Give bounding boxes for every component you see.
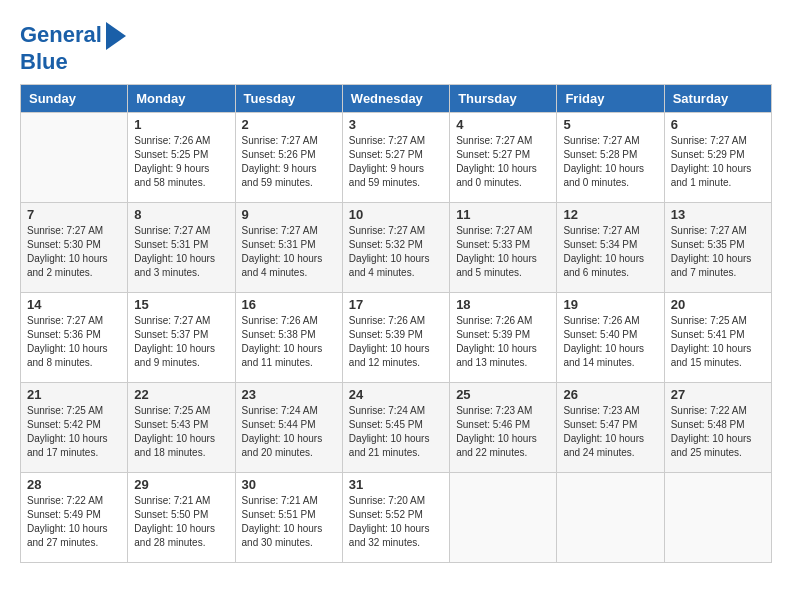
- day-number: 21: [27, 387, 121, 402]
- calendar-cell: 27Sunrise: 7:22 AM Sunset: 5:48 PM Dayli…: [664, 383, 771, 473]
- calendar-week-row: 14Sunrise: 7:27 AM Sunset: 5:36 PM Dayli…: [21, 293, 772, 383]
- day-number: 15: [134, 297, 228, 312]
- day-number: 11: [456, 207, 550, 222]
- calendar-cell: 4Sunrise: 7:27 AM Sunset: 5:27 PM Daylig…: [450, 113, 557, 203]
- calendar-cell: 1Sunrise: 7:26 AM Sunset: 5:25 PM Daylig…: [128, 113, 235, 203]
- calendar-cell: 29Sunrise: 7:21 AM Sunset: 5:50 PM Dayli…: [128, 473, 235, 563]
- day-number: 23: [242, 387, 336, 402]
- day-number: 10: [349, 207, 443, 222]
- day-info: Sunrise: 7:27 AM Sunset: 5:31 PM Dayligh…: [134, 224, 228, 280]
- day-info: Sunrise: 7:23 AM Sunset: 5:46 PM Dayligh…: [456, 404, 550, 460]
- header-sunday: Sunday: [21, 85, 128, 113]
- day-number: 1: [134, 117, 228, 132]
- calendar-cell: 12Sunrise: 7:27 AM Sunset: 5:34 PM Dayli…: [557, 203, 664, 293]
- day-number: 30: [242, 477, 336, 492]
- calendar-cell: 15Sunrise: 7:27 AM Sunset: 5:37 PM Dayli…: [128, 293, 235, 383]
- day-number: 13: [671, 207, 765, 222]
- day-info: Sunrise: 7:22 AM Sunset: 5:48 PM Dayligh…: [671, 404, 765, 460]
- day-number: 31: [349, 477, 443, 492]
- calendar-cell: [664, 473, 771, 563]
- day-info: Sunrise: 7:22 AM Sunset: 5:49 PM Dayligh…: [27, 494, 121, 550]
- day-number: 29: [134, 477, 228, 492]
- calendar-week-row: 1Sunrise: 7:26 AM Sunset: 5:25 PM Daylig…: [21, 113, 772, 203]
- day-info: Sunrise: 7:26 AM Sunset: 5:39 PM Dayligh…: [349, 314, 443, 370]
- header-friday: Friday: [557, 85, 664, 113]
- calendar-week-row: 28Sunrise: 7:22 AM Sunset: 5:49 PM Dayli…: [21, 473, 772, 563]
- day-number: 16: [242, 297, 336, 312]
- header-thursday: Thursday: [450, 85, 557, 113]
- day-number: 17: [349, 297, 443, 312]
- day-info: Sunrise: 7:26 AM Sunset: 5:39 PM Dayligh…: [456, 314, 550, 370]
- day-info: Sunrise: 7:27 AM Sunset: 5:35 PM Dayligh…: [671, 224, 765, 280]
- day-info: Sunrise: 7:24 AM Sunset: 5:45 PM Dayligh…: [349, 404, 443, 460]
- day-number: 6: [671, 117, 765, 132]
- day-info: Sunrise: 7:24 AM Sunset: 5:44 PM Dayligh…: [242, 404, 336, 460]
- calendar-cell: [21, 113, 128, 203]
- calendar-week-row: 21Sunrise: 7:25 AM Sunset: 5:42 PM Dayli…: [21, 383, 772, 473]
- day-number: 26: [563, 387, 657, 402]
- calendar-cell: 9Sunrise: 7:27 AM Sunset: 5:31 PM Daylig…: [235, 203, 342, 293]
- day-info: Sunrise: 7:25 AM Sunset: 5:42 PM Dayligh…: [27, 404, 121, 460]
- calendar-cell: 8Sunrise: 7:27 AM Sunset: 5:31 PM Daylig…: [128, 203, 235, 293]
- calendar-cell: [450, 473, 557, 563]
- calendar-cell: 25Sunrise: 7:23 AM Sunset: 5:46 PM Dayli…: [450, 383, 557, 473]
- calendar-week-row: 7Sunrise: 7:27 AM Sunset: 5:30 PM Daylig…: [21, 203, 772, 293]
- calendar-table: SundayMondayTuesdayWednesdayThursdayFrid…: [20, 84, 772, 563]
- calendar-cell: 18Sunrise: 7:26 AM Sunset: 5:39 PM Dayli…: [450, 293, 557, 383]
- day-info: Sunrise: 7:27 AM Sunset: 5:27 PM Dayligh…: [456, 134, 550, 190]
- day-number: 7: [27, 207, 121, 222]
- calendar-cell: 5Sunrise: 7:27 AM Sunset: 5:28 PM Daylig…: [557, 113, 664, 203]
- calendar-cell: 19Sunrise: 7:26 AM Sunset: 5:40 PM Dayli…: [557, 293, 664, 383]
- day-number: 27: [671, 387, 765, 402]
- day-info: Sunrise: 7:27 AM Sunset: 5:37 PM Dayligh…: [134, 314, 228, 370]
- day-info: Sunrise: 7:27 AM Sunset: 5:26 PM Dayligh…: [242, 134, 336, 190]
- calendar-cell: 16Sunrise: 7:26 AM Sunset: 5:38 PM Dayli…: [235, 293, 342, 383]
- logo: General Blue: [20, 20, 126, 74]
- day-info: Sunrise: 7:25 AM Sunset: 5:43 PM Dayligh…: [134, 404, 228, 460]
- calendar-cell: 22Sunrise: 7:25 AM Sunset: 5:43 PM Dayli…: [128, 383, 235, 473]
- day-info: Sunrise: 7:26 AM Sunset: 5:25 PM Dayligh…: [134, 134, 228, 190]
- calendar-cell: 6Sunrise: 7:27 AM Sunset: 5:29 PM Daylig…: [664, 113, 771, 203]
- calendar-cell: 10Sunrise: 7:27 AM Sunset: 5:32 PM Dayli…: [342, 203, 449, 293]
- day-info: Sunrise: 7:27 AM Sunset: 5:29 PM Dayligh…: [671, 134, 765, 190]
- page-header: General Blue: [20, 20, 772, 74]
- day-number: 19: [563, 297, 657, 312]
- calendar-cell: 30Sunrise: 7:21 AM Sunset: 5:51 PM Dayli…: [235, 473, 342, 563]
- day-info: Sunrise: 7:27 AM Sunset: 5:32 PM Dayligh…: [349, 224, 443, 280]
- header-tuesday: Tuesday: [235, 85, 342, 113]
- calendar-cell: 2Sunrise: 7:27 AM Sunset: 5:26 PM Daylig…: [235, 113, 342, 203]
- calendar-cell: 20Sunrise: 7:25 AM Sunset: 5:41 PM Dayli…: [664, 293, 771, 383]
- day-number: 4: [456, 117, 550, 132]
- calendar-cell: 14Sunrise: 7:27 AM Sunset: 5:36 PM Dayli…: [21, 293, 128, 383]
- calendar-cell: 23Sunrise: 7:24 AM Sunset: 5:44 PM Dayli…: [235, 383, 342, 473]
- day-number: 2: [242, 117, 336, 132]
- day-info: Sunrise: 7:27 AM Sunset: 5:33 PM Dayligh…: [456, 224, 550, 280]
- calendar-cell: 3Sunrise: 7:27 AM Sunset: 5:27 PM Daylig…: [342, 113, 449, 203]
- day-number: 18: [456, 297, 550, 312]
- header-saturday: Saturday: [664, 85, 771, 113]
- day-info: Sunrise: 7:27 AM Sunset: 5:34 PM Dayligh…: [563, 224, 657, 280]
- header-monday: Monday: [128, 85, 235, 113]
- day-info: Sunrise: 7:26 AM Sunset: 5:38 PM Dayligh…: [242, 314, 336, 370]
- calendar-cell: 26Sunrise: 7:23 AM Sunset: 5:47 PM Dayli…: [557, 383, 664, 473]
- logo-text: General: [20, 23, 102, 47]
- day-info: Sunrise: 7:27 AM Sunset: 5:28 PM Dayligh…: [563, 134, 657, 190]
- calendar-cell: 31Sunrise: 7:20 AM Sunset: 5:52 PM Dayli…: [342, 473, 449, 563]
- day-info: Sunrise: 7:26 AM Sunset: 5:40 PM Dayligh…: [563, 314, 657, 370]
- calendar-cell: 17Sunrise: 7:26 AM Sunset: 5:39 PM Dayli…: [342, 293, 449, 383]
- day-info: Sunrise: 7:21 AM Sunset: 5:50 PM Dayligh…: [134, 494, 228, 550]
- day-number: 24: [349, 387, 443, 402]
- calendar-cell: 11Sunrise: 7:27 AM Sunset: 5:33 PM Dayli…: [450, 203, 557, 293]
- logo-blue-text: Blue: [20, 50, 126, 74]
- day-number: 5: [563, 117, 657, 132]
- logo-arrow-icon: [106, 22, 126, 50]
- day-info: Sunrise: 7:27 AM Sunset: 5:30 PM Dayligh…: [27, 224, 121, 280]
- day-info: Sunrise: 7:27 AM Sunset: 5:31 PM Dayligh…: [242, 224, 336, 280]
- day-info: Sunrise: 7:27 AM Sunset: 5:27 PM Dayligh…: [349, 134, 443, 190]
- calendar-cell: 24Sunrise: 7:24 AM Sunset: 5:45 PM Dayli…: [342, 383, 449, 473]
- calendar-cell: 13Sunrise: 7:27 AM Sunset: 5:35 PM Dayli…: [664, 203, 771, 293]
- day-info: Sunrise: 7:27 AM Sunset: 5:36 PM Dayligh…: [27, 314, 121, 370]
- day-number: 8: [134, 207, 228, 222]
- day-info: Sunrise: 7:21 AM Sunset: 5:51 PM Dayligh…: [242, 494, 336, 550]
- calendar-cell: 28Sunrise: 7:22 AM Sunset: 5:49 PM Dayli…: [21, 473, 128, 563]
